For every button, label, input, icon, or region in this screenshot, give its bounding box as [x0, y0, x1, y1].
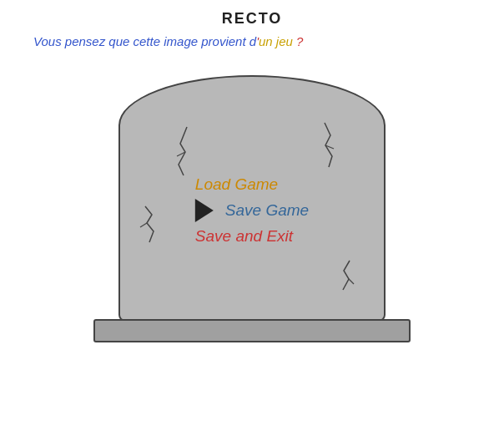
tombstone-area: Load Game Save Game Save and Exit — [118, 75, 386, 342]
menu-item-save[interactable]: Save Game — [225, 201, 309, 220]
page-title: RECTO — [0, 10, 504, 28]
tombstone-base — [93, 319, 411, 342]
menu-item-load[interactable]: Load Game — [195, 175, 278, 194]
subtitle-question: ? — [296, 34, 303, 48]
subtitle-gold: un jeu — [259, 34, 296, 48]
menu-item-exit[interactable]: Save and Exit — [195, 227, 293, 246]
save-game-row[interactable]: Save Game — [195, 199, 309, 222]
save-exit-row[interactable]: Save and Exit — [195, 227, 293, 246]
play-arrow-icon — [195, 199, 214, 222]
load-game-row[interactable]: Load Game — [195, 175, 278, 194]
menu-content: Load Game Save Game Save and Exit — [195, 175, 309, 246]
subtitle-blue: Vous pensez que cette image provient d — [33, 34, 256, 48]
subtitle: Vous pensez que cette image provient d'u… — [33, 34, 504, 48]
